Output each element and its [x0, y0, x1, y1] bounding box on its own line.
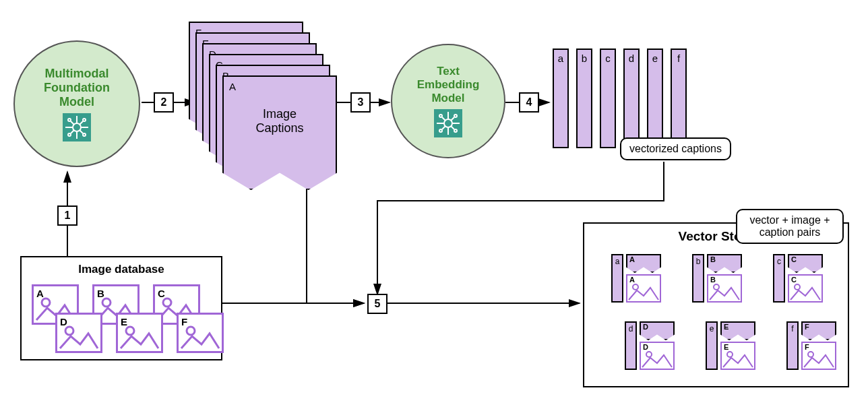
- multimodal-foundation-model: Multimodal Foundation Model: [13, 40, 140, 167]
- caption-card-A: A Image Captions: [222, 75, 337, 190]
- svg-point-47: [808, 352, 813, 357]
- vector-store-panel: Vector Store a A A b B B c C C d D D e E…: [583, 222, 849, 387]
- vectorized-captions-text: vectorized captions: [629, 143, 722, 154]
- vs-bar-e: e: [706, 321, 718, 370]
- image-F: F: [177, 313, 224, 353]
- vector-e-label: e: [652, 53, 658, 64]
- caption-A-label: A: [229, 81, 236, 92]
- text-embedding-model: Text Embedding Model: [391, 44, 505, 158]
- svg-point-26: [65, 327, 73, 335]
- mfm-title: Multimodal Foundation Model: [44, 67, 110, 109]
- vs-image-A: A: [626, 274, 661, 303]
- svg-line-14: [80, 121, 83, 125]
- svg-point-46: [727, 352, 733, 357]
- svg-point-30: [439, 115, 442, 117]
- svg-point-32: [454, 115, 457, 117]
- step-2-label: 2: [161, 96, 167, 108]
- vector-bar-e: e: [647, 49, 663, 148]
- svg-point-11: [68, 119, 71, 121]
- vs-image-E: E: [720, 342, 755, 370]
- vs-image-C: C: [788, 274, 823, 303]
- vs-bar-a: a: [611, 254, 623, 303]
- diagram-canvas: Multimodal Foundation Model 1 2 Image da…: [0, 0, 868, 411]
- vector-f-label: f: [677, 53, 680, 64]
- step-1: 1: [57, 205, 78, 226]
- vs-bar-b: b: [692, 254, 704, 303]
- vs-bar-c: c: [773, 254, 785, 303]
- image-database-title: Image database: [22, 257, 221, 279]
- vs-bar-f: f: [786, 321, 799, 370]
- step-3: 3: [350, 92, 371, 113]
- image-E: E: [116, 313, 163, 353]
- vs-caption-C: C: [788, 254, 823, 273]
- ai-chip-icon: [434, 109, 462, 137]
- vector-store-description-text: vector + image + caption pairs: [749, 214, 830, 238]
- svg-point-34: [439, 129, 442, 132]
- svg-point-17: [83, 133, 86, 136]
- svg-line-31: [442, 117, 445, 121]
- step-5-label: 5: [375, 298, 381, 310]
- image-D: D: [55, 313, 102, 353]
- image-database-panel: Image database A B C D E F: [20, 256, 222, 360]
- vs-bar-d: d: [625, 321, 637, 370]
- svg-point-43: [714, 284, 719, 290]
- vector-store-description-label: vector + image + caption pairs: [736, 209, 844, 244]
- svg-line-35: [442, 126, 445, 129]
- vs-image-B: B: [707, 274, 742, 303]
- svg-point-42: [633, 284, 638, 290]
- svg-point-36: [454, 129, 457, 132]
- ai-chip-icon: [63, 113, 91, 141]
- svg-line-18: [80, 130, 83, 133]
- vector-bar-b: b: [576, 49, 592, 148]
- vs-caption-D: D: [640, 321, 675, 340]
- caption-stack-title: Image Captions: [224, 107, 336, 135]
- step-2: 2: [154, 92, 174, 113]
- vector-b-label: b: [582, 53, 587, 64]
- vs-caption-F: F: [801, 321, 836, 340]
- svg-line-33: [451, 117, 454, 121]
- svg-line-16: [71, 130, 74, 133]
- svg-point-44: [795, 284, 800, 290]
- vector-bar-d: d: [623, 49, 640, 148]
- svg-point-45: [646, 352, 652, 357]
- vector-bar-c: c: [600, 49, 616, 148]
- vector-a-label: a: [558, 53, 563, 64]
- svg-point-13: [83, 119, 86, 121]
- svg-point-25: [163, 298, 171, 307]
- vector-d-label: d: [629, 53, 634, 64]
- svg-point-28: [187, 327, 195, 335]
- vector-bar-f: f: [671, 49, 687, 148]
- svg-point-15: [68, 133, 71, 136]
- svg-line-12: [71, 121, 74, 125]
- step-5: 5: [367, 294, 388, 314]
- svg-point-23: [42, 298, 50, 307]
- step-4: 4: [519, 92, 539, 113]
- vector-c-label: c: [605, 53, 611, 64]
- svg-line-37: [451, 126, 454, 129]
- step-1-label: 1: [65, 210, 71, 222]
- vs-caption-A: A: [626, 254, 661, 273]
- tem-title: Text Embedding Model: [417, 65, 480, 105]
- vs-caption-B: B: [707, 254, 742, 273]
- svg-point-24: [102, 298, 111, 307]
- vs-image-D: D: [640, 342, 675, 370]
- step-3-label: 3: [358, 96, 364, 108]
- vs-caption-E: E: [720, 321, 755, 340]
- vector-bar-a: a: [553, 49, 569, 148]
- vectorized-captions-label: vectorized captions: [620, 137, 731, 160]
- svg-point-27: [126, 327, 134, 335]
- vs-image-F: F: [801, 342, 836, 370]
- step-4-label: 4: [526, 96, 532, 108]
